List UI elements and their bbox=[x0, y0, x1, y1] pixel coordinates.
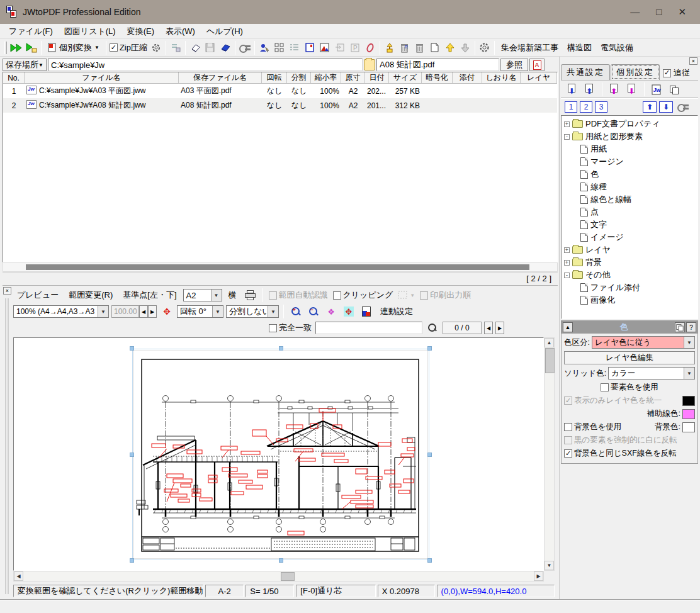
menu-drawing-list[interactable]: 図面リスト(L) bbox=[59, 25, 121, 38]
menu-view[interactable]: 表示(W) bbox=[161, 25, 200, 38]
follow-checkbox[interactable] bbox=[663, 69, 671, 77]
project-button-2[interactable]: 構造図 bbox=[563, 40, 596, 55]
link-settings-button[interactable]: 連動設定 bbox=[376, 304, 417, 319]
scroll-left-arrow[interactable]: ◀ bbox=[14, 571, 23, 581]
aux-line-color-swatch[interactable] bbox=[682, 409, 695, 419]
expand-icon[interactable]: + bbox=[564, 247, 570, 253]
column-header[interactable]: しおり名 bbox=[482, 72, 521, 83]
convert-all-button[interactable] bbox=[9, 40, 24, 55]
selection-handle[interactable] bbox=[130, 346, 134, 351]
solid-color-combo[interactable]: カラー▼ bbox=[608, 367, 695, 380]
table-horizontal-scrollbar[interactable] bbox=[3, 262, 558, 272]
column-header[interactable]: No. bbox=[3, 72, 25, 83]
save-location-dropdown[interactable]: 保存場所▼ bbox=[3, 59, 47, 71]
zoom-in-button[interactable]: + bbox=[288, 304, 303, 319]
doc-properties-button[interactable] bbox=[302, 40, 317, 55]
selection-handle[interactable] bbox=[279, 346, 283, 351]
column-header[interactable]: 回転 bbox=[262, 72, 287, 83]
copy-settings-button[interactable] bbox=[667, 82, 682, 97]
search-prev-button[interactable]: ◀ bbox=[484, 322, 493, 334]
selection-handle[interactable] bbox=[427, 558, 432, 563]
item-down-button[interactable]: ⬇ bbox=[659, 101, 673, 113]
tree-item-line-type[interactable]: 線種 bbox=[564, 181, 697, 193]
list-view-button[interactable] bbox=[287, 40, 302, 55]
save-button[interactable] bbox=[203, 40, 218, 55]
preview-horizontal-scrollbar[interactable]: ◀ ▶ bbox=[13, 571, 544, 582]
preview-vertical-scrollbar[interactable]: ▲ ▼ bbox=[544, 337, 555, 571]
tree-item-margin[interactable]: マージン bbox=[564, 155, 697, 168]
load-preset-button[interactable]: ⬆ bbox=[607, 82, 622, 97]
base-point-button[interactable]: 基準点[左・下] bbox=[119, 288, 180, 303]
selection-handle[interactable] bbox=[279, 558, 283, 563]
table-row[interactable]: 2 C:¥sample¥Jw¥A08 矩計図.jww A08 矩計図.pdf な… bbox=[3, 98, 557, 113]
attach-clip-button[interactable] bbox=[363, 40, 378, 55]
zip-compress-checkbox[interactable]: Zip圧縮 bbox=[108, 40, 149, 55]
auto-range-checkbox[interactable] bbox=[269, 291, 277, 300]
layer-color-edit-button[interactable]: レイヤ色編集 bbox=[564, 351, 695, 364]
column-header[interactable]: 日付 bbox=[365, 72, 389, 83]
print-order-checkbox[interactable] bbox=[420, 291, 428, 300]
panel-close-button[interactable]: × bbox=[689, 57, 697, 65]
use-element-color-checkbox[interactable] bbox=[601, 383, 609, 391]
image-doc-button[interactable] bbox=[317, 40, 332, 55]
preview-close-button[interactable]: × bbox=[3, 287, 11, 295]
column-header[interactable]: 縮小率 bbox=[311, 72, 341, 83]
selection-handle[interactable] bbox=[130, 453, 134, 457]
scroll-up-arrow[interactable]: ▲ bbox=[545, 338, 554, 347]
column-header[interactable]: 添付 bbox=[453, 72, 482, 83]
help-button[interactable]: ? bbox=[686, 322, 696, 332]
search-next-button[interactable]: ▶ bbox=[495, 322, 504, 334]
tree-item-file-attach[interactable]: ファイル添付 bbox=[564, 281, 697, 294]
column-header[interactable]: サイズ bbox=[389, 72, 422, 83]
preset-1-button[interactable]: 1 bbox=[565, 101, 577, 113]
copy-panel-button[interactable] bbox=[675, 322, 685, 332]
tree-item-rasterize[interactable]: 画像化 bbox=[564, 294, 697, 306]
fit-width-button[interactable]: ✥ bbox=[341, 304, 356, 319]
scale-increase-button[interactable]: ▶ bbox=[148, 305, 157, 318]
invert-black-checkbox[interactable] bbox=[564, 436, 572, 444]
use-bg-color-checkbox[interactable] bbox=[564, 423, 572, 431]
close-button[interactable]: ✕ bbox=[678, 6, 686, 18]
column-header[interactable]: レイヤ bbox=[521, 72, 557, 83]
tree-item-point[interactable]: 点 bbox=[564, 206, 697, 218]
move-range-button[interactable]: ✥ bbox=[159, 304, 174, 319]
item-up-button[interactable]: ⬆ bbox=[643, 101, 657, 113]
selection-handle[interactable] bbox=[427, 346, 432, 351]
bg-color-swatch[interactable] bbox=[682, 422, 695, 432]
scroll-down-arrow[interactable]: ▼ bbox=[545, 561, 554, 570]
minimize-button[interactable]: — bbox=[630, 6, 640, 18]
tree-item-other[interactable]: -その他 bbox=[564, 269, 697, 281]
invert-sxf-checkbox[interactable] bbox=[564, 449, 572, 458]
tree-item-background[interactable]: +背景 bbox=[564, 256, 697, 269]
menu-help[interactable]: ヘルプ(H) bbox=[201, 25, 248, 38]
zip-checkbox-box[interactable] bbox=[110, 43, 118, 52]
move-down-button[interactable] bbox=[458, 40, 473, 55]
column-header[interactable]: 保存ファイル名 bbox=[179, 72, 262, 83]
selection-handle[interactable] bbox=[427, 453, 432, 457]
split-combo[interactable]: 分割しない▼ bbox=[226, 305, 279, 318]
options-wrench-button[interactable] bbox=[237, 40, 252, 55]
fit-page-button[interactable]: ❖ bbox=[324, 304, 339, 319]
settings-gear-button[interactable] bbox=[477, 40, 492, 55]
exact-match-checkbox[interactable] bbox=[269, 324, 277, 332]
tree-item-layer[interactable]: +レイヤ bbox=[564, 244, 697, 256]
tree-item-text[interactable]: 文字 bbox=[564, 218, 697, 231]
export-button[interactable] bbox=[332, 40, 347, 55]
export-settings-button[interactable]: ⬆ bbox=[582, 82, 597, 97]
tree-item-line-color-width[interactable]: 線色と線幅 bbox=[564, 193, 697, 206]
print-button[interactable] bbox=[243, 288, 258, 303]
eraser-button[interactable] bbox=[188, 40, 203, 55]
menu-convert[interactable]: 変換(E) bbox=[122, 25, 159, 38]
preview-button[interactable]: プレビュー bbox=[13, 288, 62, 303]
tree-item-pdf-properties[interactable]: +PDF文書プロパティ bbox=[564, 118, 697, 130]
menu-file[interactable]: ファイル(F) bbox=[4, 25, 58, 38]
preset-2-button[interactable]: 2 bbox=[580, 101, 592, 113]
tree-item-color[interactable]: 色 bbox=[564, 168, 697, 181]
save-path-input[interactable] bbox=[48, 59, 363, 71]
select-user-button[interactable] bbox=[257, 40, 272, 55]
scale-decrease-button[interactable]: ◀ bbox=[139, 305, 148, 318]
clip-region-button[interactable]: ▼ bbox=[397, 288, 416, 303]
browse-button[interactable]: 参照 bbox=[500, 59, 528, 71]
convert-selected-button[interactable] bbox=[24, 40, 39, 55]
dock-grip[interactable] bbox=[5, 298, 9, 594]
